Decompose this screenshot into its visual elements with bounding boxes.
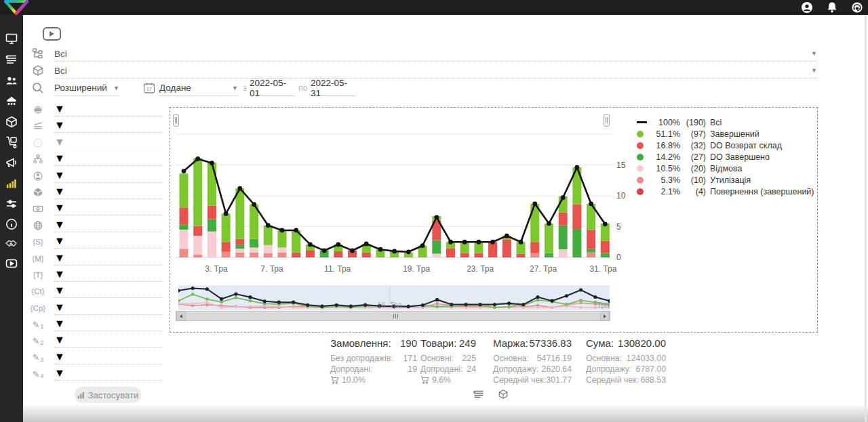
filter-select[interactable]: ▼ [54,268,163,282]
filter-row-bracket-S: {S}▼ [23,234,172,250]
pencil-icon: ✎2 [31,334,45,347]
sidebar-item-info[interactable] [5,217,18,231]
legend-item[interactable]: 10.5%(20)Відмова [637,163,814,174]
stat-subrow: Допродажу:6787.00 [586,364,666,375]
svg-text:17: 17 [146,87,152,91]
support-headset-icon[interactable] [851,1,863,14]
filter-select[interactable]: ▼ [54,102,163,117]
filter-select[interactable]: ▼ [54,185,163,199]
stat-subrow: Середній чек:688.53 [586,375,666,385]
filter-select[interactable]: ▼ [54,350,163,364]
filter-row-globe-sync: ▼ [23,102,172,118]
date-to-value: 2022-05-31 [311,78,355,98]
date-to-input[interactable]: 2022-05-31 [311,80,355,96]
legend-item[interactable]: 14.2%(27)DO Завершено [637,151,814,163]
filter-row-pencil-1: ✎1▼ [23,316,172,333]
legend-count: (190) [680,118,706,127]
video-help-button[interactable] [43,27,61,41]
sidebar-item-logistics[interactable] [5,135,18,149]
legend-item[interactable]: 100%(190)Всі [637,117,814,128]
filter-select[interactable]: ▼ [54,317,163,331]
legend-dot-marker [637,142,650,149]
chevron-down-icon: ▼ [811,67,817,74]
navigator-right-handle[interactable] [604,114,610,127]
bracket-icon: {Cp} [31,301,45,315]
bracket-icon: {Ct} [31,284,45,298]
stat-cart-row: 10.0% [330,375,417,385]
sidebar-item-store[interactable] [5,95,18,108]
product-select[interactable]: Всі ▼ [54,63,817,79]
filter-select[interactable]: ▼ [54,333,163,347]
sidebar-item-partners-handshake[interactable] [5,236,18,250]
user-icon[interactable] [801,1,813,14]
sidebar-item-analytics[interactable] [5,177,18,190]
chart-navigator[interactable]: 16. ТраТра [178,285,610,310]
legend-label: Утилізація [710,175,751,185]
date-from-input[interactable]: 2022-05-01 [250,80,294,96]
sidebar-item-dashboard[interactable] [5,32,18,45]
list-view-icon[interactable] [473,389,484,400]
cart-icon [420,376,429,384]
legend-dot-marker [637,154,650,161]
x-tick: 23. Тра [467,264,494,274]
stat-column: Замовлення:190Без допродажів:171Допродан… [330,337,417,385]
filter-select[interactable]: ▼ [54,152,163,166]
legend-percent: 14.2% [650,152,680,162]
filter-select[interactable]: ▼ [54,234,163,249]
notifications-bell-icon[interactable] [826,1,838,14]
date-field-select[interactable]: Додане ▼ [159,80,238,96]
filter-select[interactable]: ▼ [54,119,163,133]
legend-item[interactable]: 2.1%(4)Повернення (завершений) [637,186,814,197]
sidebar-item-settings[interactable] [5,197,18,211]
sidebar-item-marketing[interactable] [5,156,18,170]
chart-container: 3. Тра7. Тра11. Тра19. Тра23. Тра27. Тра… [170,107,818,333]
legend-dot-marker [637,188,650,195]
sidebar-item-customers[interactable] [5,74,18,87]
filter-select[interactable]: ▼ [54,169,163,183]
globe-grid-icon [31,219,45,232]
scroll-right-button[interactable] [600,312,610,320]
filter-select[interactable]: ▼ [54,284,163,298]
sidebar-item-products[interactable] [5,115,18,129]
vertical-scrollbar[interactable] [865,15,867,422]
filter-select[interactable]: ▼ [54,218,163,232]
apply-button[interactable]: Застосувати [75,387,141,403]
legend-item[interactable]: 51.1%(97)Завершений [637,128,814,140]
sidebar-item-orders-list[interactable] [5,53,18,66]
filter-select[interactable]: ▼ [54,201,163,215]
filter-row-pencil-3: ✎3▼ [23,350,172,366]
package-view-icon[interactable] [498,389,509,400]
legend-item[interactable]: 16.8%(32)DO Возврат склад [637,140,814,151]
stat-value: 130820.00 [618,337,666,349]
chevron-down-icon: ▼ [54,119,65,131]
filter-row-pencil-2: ✎2▼ [23,333,172,349]
navigator-scrollbar[interactable] [176,311,610,321]
stat-title: Замовлення:190 [330,337,417,349]
search-mode-select[interactable]: Розширений ▼ [54,80,119,96]
y-tick: 10 [616,191,634,201]
stat-title: Маржа:57336.83 [493,337,572,349]
filter-select[interactable]: ▼ [54,366,163,381]
status-group-select[interactable]: Всі ▼ [54,46,817,62]
brand-logo-icon[interactable] [3,0,30,15]
legend-line-marker [637,121,650,123]
user-circle-icon [31,169,45,183]
y-tick: 15 [616,161,634,170]
legend-count: (97) [680,129,706,139]
scrollbar-grip[interactable] [393,314,398,318]
status-group-value: Всі [54,49,67,59]
stat-title: Товари:249 [420,337,476,349]
filter-select[interactable]: ▼ [54,301,163,315]
chevron-down-icon: ▼ [54,235,65,247]
scroll-left-button[interactable] [176,312,186,320]
sidebar-item-video[interactable] [5,257,18,270]
legend-item[interactable]: 5.3%(10)Утилізація [637,174,814,186]
chevron-down-icon: ▼ [232,85,238,91]
product-value: Всі [54,66,67,76]
filter-select[interactable]: ▼ [54,251,163,266]
y-tick: 5 [616,222,634,232]
x-tick: 27. Тра [530,264,557,274]
date-to-label: по [298,83,308,93]
navigator-left-handle[interactable] [173,114,179,127]
stat-value: 249 [459,337,476,349]
